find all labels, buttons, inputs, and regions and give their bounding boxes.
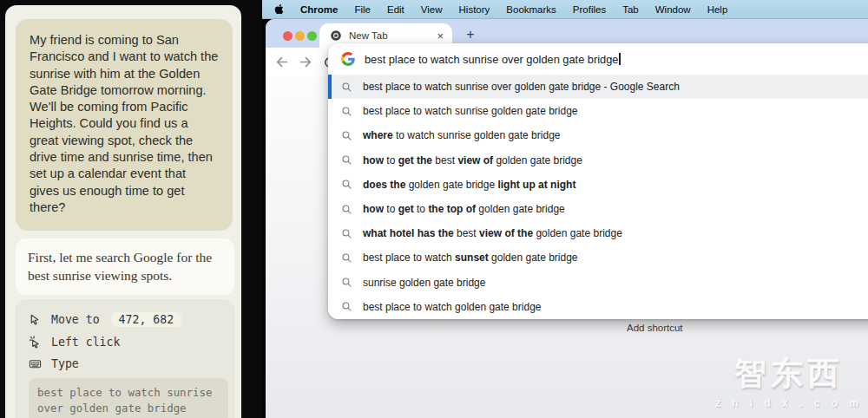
- suggestion-row[interactable]: sunrise golden gate bridge: [328, 271, 868, 295]
- macos-screen: ChromeFileEditViewHistoryBookmarksProfil…: [262, 0, 868, 418]
- suggestion-row[interactable]: does the golden gate bridge light up at …: [328, 173, 868, 197]
- agent-actions-panel: Move to 472, 682 Left click Type best pl…: [16, 300, 234, 418]
- menu-item-window[interactable]: Window: [655, 4, 691, 15]
- action-click-label: Left click: [51, 336, 120, 349]
- chrome-favicon-icon: [330, 29, 342, 42]
- suggestion-row[interactable]: where to watch sunrise golden gate bridg…: [328, 123, 868, 147]
- suggestion-text: how to get the best view of golden gate …: [363, 154, 582, 167]
- menu-item-file[interactable]: File: [354, 4, 371, 15]
- assistant-message-text: First, let me search Google for the best…: [28, 250, 212, 283]
- action-type: Type: [23, 353, 227, 375]
- action-move-coordinates: 472, 682: [111, 312, 182, 327]
- suggestion-text: does the golden gate bridge light up at …: [363, 179, 575, 191]
- tab-close-icon[interactable]: ×: [437, 29, 444, 42]
- menu-item-view[interactable]: View: [421, 4, 443, 15]
- suggestion-text: sunrise golden gate bridge: [363, 277, 485, 289]
- click-cursor-icon: [29, 336, 42, 349]
- agent-panel: My friend is coming to San Francisco and…: [5, 5, 241, 418]
- action-left-click: Left click: [23, 331, 227, 353]
- minimize-window-button[interactable]: [295, 31, 305, 41]
- menu-item-profiles[interactable]: Profiles: [573, 4, 606, 15]
- forward-icon[interactable]: [299, 55, 313, 69]
- menu-item-edit[interactable]: Edit: [387, 4, 404, 15]
- menu-item-bookmarks[interactable]: Bookmarks: [506, 4, 556, 15]
- search-icon: [341, 106, 352, 117]
- menu-items: ChromeFileEditViewHistoryBookmarksProfil…: [300, 4, 727, 15]
- menu-item-tab[interactable]: Tab: [622, 4, 639, 15]
- suggestion-row[interactable]: best place to watch sunrise golden gate …: [328, 99, 868, 123]
- selection-bar: [328, 75, 332, 99]
- cursor-icon: [29, 313, 42, 326]
- action-type-label: Type: [51, 357, 79, 370]
- search-icon: [341, 252, 352, 264]
- suggestion-row[interactable]: what hotel has the best view of the gold…: [328, 221, 868, 245]
- chrome-window: New Tab × + Add shortcut best place to w…: [266, 19, 868, 418]
- suggestion-text: what hotel has the best view of the gold…: [363, 227, 622, 239]
- search-icon: [341, 130, 352, 141]
- stage: My friend is coming to San Francisco and…: [0, 0, 868, 418]
- suggestion-row[interactable]: best place to watch golden gate bridge: [328, 295, 868, 319]
- typed-text-box: best place to watch sunrise over golden …: [29, 378, 228, 418]
- keyboard-icon: [29, 357, 42, 370]
- search-icon: [341, 204, 352, 215]
- suggestion-text: best place to watch golden gate bridge: [363, 301, 541, 313]
- assistant-message-bubble: First, let me search Google for the best…: [16, 238, 234, 295]
- search-icon: [341, 228, 352, 239]
- macos-menu-bar: ChromeFileEditViewHistoryBookmarksProfil…: [262, 0, 868, 19]
- action-move-label: Move to: [51, 313, 100, 326]
- suggestion-row[interactable]: best place to watch sunrise over golden …: [328, 75, 868, 99]
- apple-icon: [274, 3, 284, 15]
- suggestion-row[interactable]: best place to watch sunset golden gate b…: [328, 245, 868, 270]
- back-icon[interactable]: [274, 55, 289, 69]
- menu-item-history[interactable]: History: [459, 4, 490, 15]
- search-icon: [341, 82, 352, 93]
- menu-item-chrome[interactable]: Chrome: [300, 4, 338, 15]
- user-message-text: My friend is coming to San Francisco and…: [30, 33, 218, 214]
- google-g-icon: [341, 52, 355, 66]
- tab-title: New Tab: [349, 30, 437, 41]
- user-message-bubble: My friend is coming to San Francisco and…: [16, 19, 233, 231]
- suggestion-row[interactable]: how to get to the top of golden gate bri…: [328, 197, 868, 221]
- search-icon: [341, 301, 352, 312]
- omnibox-dropdown: best place to watch sunrise over golden …: [328, 43, 868, 319]
- suggestion-text: where to watch sunrise golden gate bridg…: [363, 129, 560, 141]
- suggestion-text: best place to watch sunrise over golden …: [363, 81, 680, 93]
- search-icon: [341, 277, 352, 288]
- suggestion-list: best place to watch sunrise over golden …: [328, 75, 868, 319]
- suggestion-text: how to get to the top of golden gate bri…: [363, 203, 565, 215]
- typed-text: best place to watch sunrise over golden …: [37, 386, 212, 415]
- suggestion-text: best place to watch sunset golden gate b…: [363, 251, 578, 264]
- omnibox-query-text[interactable]: best place to watch sunrise over golden …: [365, 53, 618, 66]
- text-caret: [619, 53, 621, 65]
- action-move: Move to 472, 682: [23, 308, 227, 331]
- omnibox-query-row[interactable]: best place to watch sunrise over golden …: [328, 43, 868, 75]
- close-window-button[interactable]: [283, 31, 293, 41]
- suggestion-text: best place to watch sunrise golden gate …: [363, 105, 578, 117]
- menu-item-help[interactable]: Help: [707, 4, 728, 15]
- suggestion-row[interactable]: how to get the best view of golden gate …: [328, 148, 868, 173]
- search-icon: [341, 154, 352, 166]
- add-shortcut-label[interactable]: Add shortcut: [627, 323, 683, 333]
- new-tab-button[interactable]: +: [460, 24, 481, 45]
- zoom-window-button[interactable]: [307, 31, 317, 41]
- search-icon: [341, 179, 352, 190]
